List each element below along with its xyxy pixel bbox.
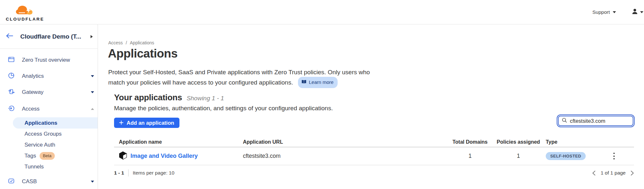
page-description-line1: Protect your Self-Hosted, SaaS and Priva… xyxy=(108,68,370,77)
learn-more-label: Learn more xyxy=(309,78,334,87)
learn-more-button[interactable]: Learn more xyxy=(298,77,338,88)
application-search-box[interactable] xyxy=(558,116,633,126)
beta-badge: Beta xyxy=(40,152,55,160)
overview-window-icon xyxy=(8,56,14,64)
search-input[interactable] xyxy=(570,118,630,124)
user-account-menu[interactable] xyxy=(631,8,643,16)
previous-page-button[interactable] xyxy=(592,170,596,176)
sidebar-item-access[interactable]: Access xyxy=(0,100,98,117)
sidebar-item-label: Tunnels xyxy=(24,164,44,170)
sidebar-item-tags[interactable]: Tags Beta xyxy=(0,150,98,161)
sidebar-item-label: Service Auth xyxy=(24,142,55,148)
user-icon xyxy=(631,8,638,16)
top-right-controls: Support xyxy=(592,8,643,16)
page-description: Protect your Self-Hosted, SaaS and Priva… xyxy=(108,68,370,88)
account-name: Cloudflare Demo (T... xyxy=(20,33,91,40)
sidebar-item-label: Analytics xyxy=(22,73,44,79)
section-description: Manage the policies, authentication, and… xyxy=(114,105,333,112)
support-label: Support xyxy=(592,9,610,15)
chevron-right-icon[interactable] xyxy=(91,35,93,38)
items-per-page[interactable]: Items per page: 10 xyxy=(133,170,174,176)
sidebar-item-label: Access xyxy=(22,106,40,112)
next-page-button[interactable] xyxy=(630,170,634,176)
main-content: Access / Applications Applications Prote… xyxy=(98,24,644,189)
add-application-button[interactable]: Add an application xyxy=(114,118,179,128)
table-row: Image and Video Gallery cftestsite3.com … xyxy=(114,147,634,165)
sidebar-item-zero-trust-overview[interactable]: Zero Trust overview xyxy=(0,52,98,68)
type-badge: SELF-HOSTED xyxy=(546,152,586,160)
add-application-label: Add an application xyxy=(127,120,174,126)
column-header-policies-assigned: Policies assigned xyxy=(494,139,543,145)
page-description-line2: match your policies will have access to … xyxy=(108,79,293,86)
column-header-application-name: Application name xyxy=(114,139,243,145)
top-bar: CLOUDFLARE Support xyxy=(0,0,644,24)
sidebar-item-label: Tags xyxy=(24,153,36,159)
access-subnav: Applications Access Groups Service Auth … xyxy=(0,117,98,172)
table-header-row: Application name Application URL Total D… xyxy=(114,137,634,147)
back-arrow-icon[interactable] xyxy=(6,33,13,40)
sidebar-item-label: Zero Trust overview xyxy=(22,57,70,63)
gateway-icon xyxy=(8,88,14,96)
table-footer: 1 - 1 Items per page: 10 1 of 1 page xyxy=(114,165,634,181)
applications-table: Application name Application URL Total D… xyxy=(114,137,634,165)
showing-count: Showing 1 - 1 xyxy=(187,95,224,102)
cloudflare-logo[interactable]: CLOUDFLARE xyxy=(6,3,44,22)
sidebar: Cloudflare Demo (T... Zero Trust overvie… xyxy=(0,24,98,189)
page-title: Applications xyxy=(108,47,178,60)
breadcrumb: Access / Applications xyxy=(108,40,154,45)
page-indicator: 1 of 1 page xyxy=(601,170,626,176)
plus-icon xyxy=(119,120,123,126)
breadcrumb-access[interactable]: Access xyxy=(108,40,123,45)
chevron-down-icon xyxy=(91,181,94,183)
chevron-down-icon xyxy=(613,11,616,13)
sidebar-item-analytics[interactable]: Analytics xyxy=(0,68,98,84)
cloudflare-cloud-icon xyxy=(14,4,36,17)
chevron-up-icon xyxy=(91,108,94,110)
row-actions-kebab-menu[interactable] xyxy=(612,151,616,161)
chevron-down-icon xyxy=(91,75,94,77)
sidebar-item-access-groups[interactable]: Access Groups xyxy=(0,129,98,140)
breadcrumb-separator: / xyxy=(126,40,127,45)
sidebar-nav: Zero Trust overview Analytics Gateway xyxy=(0,49,98,189)
casb-check-icon xyxy=(8,178,14,185)
sidebar-item-label: Access Groups xyxy=(24,131,62,137)
search-icon xyxy=(562,118,567,124)
items-range: 1 - 1 xyxy=(114,170,124,176)
policies-assigned-cell: 1 xyxy=(494,153,543,159)
footer-divider xyxy=(128,169,129,176)
column-header-application-url: Application URL xyxy=(243,139,446,145)
sidebar-item-label: Applications xyxy=(24,120,57,126)
cloudflare-dashboard: CLOUDFLARE Support Cloudflare Demo (T... xyxy=(0,0,644,189)
chevron-down-icon xyxy=(640,11,643,13)
support-menu[interactable]: Support xyxy=(592,9,616,15)
column-header-total-domains: Total Domains xyxy=(446,139,494,145)
column-header-type: Type xyxy=(543,139,594,145)
account-switcher[interactable]: Cloudflare Demo (T... xyxy=(0,24,98,49)
sidebar-item-tunnels[interactable]: Tunnels xyxy=(0,161,98,172)
sidebar-item-label: Gateway xyxy=(22,89,43,95)
sidebar-item-applications[interactable]: Applications xyxy=(13,117,98,129)
access-login-icon xyxy=(8,105,14,113)
application-cube-icon xyxy=(119,151,127,161)
sidebar-item-casb[interactable]: CASB xyxy=(0,174,98,189)
sidebar-item-gateway[interactable]: Gateway xyxy=(0,84,98,100)
sidebar-item-label: CASB xyxy=(22,178,37,185)
application-name-link[interactable]: Image and Video Gallery xyxy=(130,153,198,159)
book-icon xyxy=(302,78,306,87)
section-title: Your applications xyxy=(114,93,182,103)
sidebar-item-service-auth[interactable]: Service Auth xyxy=(0,140,98,150)
brand-wordmark: CLOUDFLARE xyxy=(6,17,44,22)
breadcrumb-current: Applications xyxy=(130,40,154,45)
your-applications-header: Your applications Showing 1 - 1 xyxy=(114,93,224,103)
analytics-pie-icon xyxy=(8,72,14,80)
application-url-cell: cftestsite3.com xyxy=(243,153,446,159)
chevron-down-icon xyxy=(91,91,94,93)
total-domains-cell: 1 xyxy=(446,153,494,159)
